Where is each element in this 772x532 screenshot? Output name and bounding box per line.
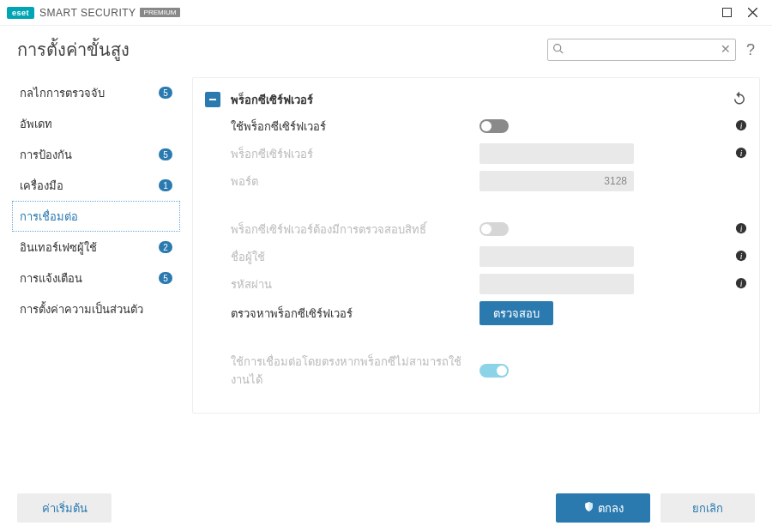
badge: 5 xyxy=(159,87,172,99)
sidebar: กลไกการตรวจจับ 5 อัพเดท การป้องกัน 5 เคร… xyxy=(0,70,189,482)
titlebar: eset SMART SECURITY PREMIUM xyxy=(0,0,772,26)
search-input[interactable] xyxy=(547,39,736,61)
page-title: การตั้งค่าขั้นสูง xyxy=(17,36,130,63)
password-label: รหัสผ่าน xyxy=(231,275,479,293)
sidebar-item-detection-engine[interactable]: กลไกการตรวจจับ 5 xyxy=(12,77,180,108)
port-label: พอร์ต xyxy=(231,172,479,190)
username-label: ชื่อผู้ใช้ xyxy=(231,248,479,266)
help-button[interactable]: ? xyxy=(746,41,755,59)
defaults-button[interactable]: ค่าเริ่มต้น xyxy=(17,493,112,523)
window-maximize-button[interactable] xyxy=(714,0,739,26)
info-icon[interactable]: i xyxy=(735,222,747,237)
use-proxy-label: ใช้พร็อกซีเซิร์ฟเวอร์ xyxy=(231,118,479,136)
sidebar-item-label: การป้องกัน xyxy=(20,146,154,164)
search-icon xyxy=(552,43,564,57)
sidebar-item-update[interactable]: อัพเดท xyxy=(12,108,180,139)
sidebar-item-tools[interactable]: เครื่องมือ 1 xyxy=(12,170,180,201)
detect-proxy-label: ตรวจหาพร็อกซีเซิร์ฟเวอร์ xyxy=(231,305,479,323)
port-input[interactable] xyxy=(479,171,634,191)
section-title: พร็อกซีเซิร์ฟเวอร์ xyxy=(231,91,313,109)
sidebar-item-notifications[interactable]: การแจ้งเตือน 5 xyxy=(12,263,180,293)
badge: 1 xyxy=(159,179,172,191)
sidebar-item-label: อัพเดท xyxy=(20,115,172,133)
svg-text:i: i xyxy=(740,251,743,260)
header: การตั้งค่าขั้นสูง ✕ ? xyxy=(0,26,772,70)
product-name: SMART SECURITY xyxy=(39,7,136,19)
footer: ค่าเริ่มต้น ตกลง ยกเลิก xyxy=(0,484,772,532)
svg-line-4 xyxy=(560,51,563,53)
sidebar-item-label: เครื่องมือ xyxy=(20,177,154,195)
direct-fallback-toggle[interactable] xyxy=(479,364,509,378)
sidebar-item-ui[interactable]: อินเทอร์เฟซผู้ใช้ 2 xyxy=(12,232,180,263)
info-icon[interactable]: i xyxy=(735,147,747,161)
info-icon[interactable]: i xyxy=(735,277,747,292)
username-input[interactable] xyxy=(479,246,634,267)
edition-badge: PREMIUM xyxy=(140,8,181,17)
clear-search-icon[interactable]: ✕ xyxy=(721,42,731,56)
sidebar-item-protection[interactable]: การป้องกัน 5 xyxy=(12,139,180,170)
use-proxy-toggle[interactable] xyxy=(479,119,509,133)
auth-required-toggle[interactable] xyxy=(479,222,509,236)
svg-text:i: i xyxy=(740,278,743,287)
auth-required-label: พร็อกซีเซิร์ฟเวอร์ต้องมีการตรวจสอบสิทธิ์ xyxy=(231,221,479,239)
info-icon[interactable]: i xyxy=(735,250,747,264)
search-box: ✕ xyxy=(547,39,736,61)
proxy-server-input[interactable] xyxy=(479,143,634,164)
window-close-button[interactable] xyxy=(739,0,765,26)
collapse-button[interactable] xyxy=(205,92,220,107)
sidebar-item-label: การตั้งค่าความเป็นส่วนตัว xyxy=(20,300,172,318)
sidebar-item-label: การแจ้งเตือน xyxy=(20,269,154,287)
sidebar-item-connection[interactable]: การเชื่อมต่อ xyxy=(12,201,180,232)
cancel-button[interactable]: ยกเลิก xyxy=(660,493,755,523)
badge: 5 xyxy=(159,148,172,160)
detect-button[interactable]: ตรวจสอบ xyxy=(479,301,553,325)
badge: 5 xyxy=(159,272,172,284)
proxy-server-label: พร็อกซีเซิร์ฟเวอร์ xyxy=(231,145,479,163)
svg-rect-0 xyxy=(722,9,731,17)
proxy-panel: พร็อกซีเซิร์ฟเวอร์ ใช้พร็อกซีเซิร์ฟเวอร์… xyxy=(192,77,760,414)
shield-icon xyxy=(583,501,594,515)
revert-icon[interactable] xyxy=(732,90,747,110)
sidebar-item-label: การเชื่อมต่อ xyxy=(20,208,172,226)
svg-point-3 xyxy=(554,45,561,51)
svg-text:i: i xyxy=(740,223,743,233)
info-icon[interactable]: i xyxy=(735,119,747,134)
sidebar-item-label: กลไกการตรวจจับ xyxy=(20,84,154,102)
direct-fallback-label: ใช้การเชื่อมต่อโดยตรงหากพร็อกซีไม่สามารถ… xyxy=(231,353,479,389)
svg-text:i: i xyxy=(740,148,743,157)
logo-badge: eset xyxy=(7,7,34,19)
ok-button[interactable]: ตกลง xyxy=(556,493,650,523)
ok-label: ตกลง xyxy=(598,499,624,517)
password-input[interactable] xyxy=(479,274,634,294)
sidebar-item-privacy[interactable]: การตั้งค่าความเป็นส่วนตัว xyxy=(12,293,180,324)
svg-text:i: i xyxy=(740,120,743,130)
badge: 2 xyxy=(159,241,172,253)
sidebar-item-label: อินเทอร์เฟซผู้ใช้ xyxy=(20,239,154,257)
